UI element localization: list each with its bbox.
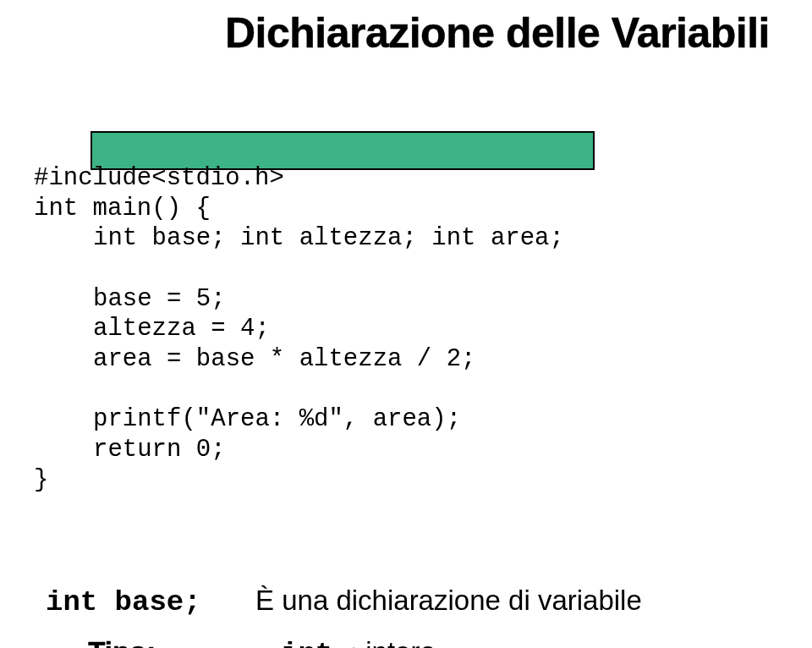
code-content: #include<stdio.h> int main() { int base;… (34, 163, 778, 495)
slide: Dichiarazione delle Variabili #include<s… (0, 0, 812, 648)
code-line-3: int base; int altezza; int area; (93, 224, 564, 252)
code-line-2: int main() { (34, 195, 211, 222)
code-line-7: printf("Area: %d", area); (93, 405, 461, 433)
info-block: int base; È una dichiarazione di variabi… (34, 579, 778, 649)
page-title: Dichiarazione delle Variabili (34, 8, 770, 58)
info-variable-row: int base; È una dichiarazione di variabi… (34, 579, 778, 625)
info-label-tipo: - Tipo: (34, 631, 281, 648)
info-val-tipo: int⇒intero (281, 631, 436, 648)
code-line-9: } (34, 466, 48, 494)
info-text-tipo: intero (365, 636, 436, 648)
code-line-1: #include<stdio.h> (34, 164, 284, 192)
code-line-4: base = 5; (93, 285, 226, 313)
arrow-icon: ⇒ (332, 637, 365, 648)
info-var-desc: È una dichiarazione di variabile (255, 579, 642, 622)
info-row-tipo: - Tipo: int⇒intero (34, 631, 778, 648)
info-variable: int base; (34, 579, 255, 625)
code-line-8: return 0; (93, 436, 226, 464)
info-var-name: int base; (46, 586, 201, 618)
code-line-5: altezza = 4; (93, 315, 270, 343)
code-block: #include<stdio.h> int main() { int base;… (34, 73, 778, 556)
info-mono-tipo: int (281, 638, 332, 648)
code-line-6: area = base * altezza / 2; (93, 345, 475, 373)
